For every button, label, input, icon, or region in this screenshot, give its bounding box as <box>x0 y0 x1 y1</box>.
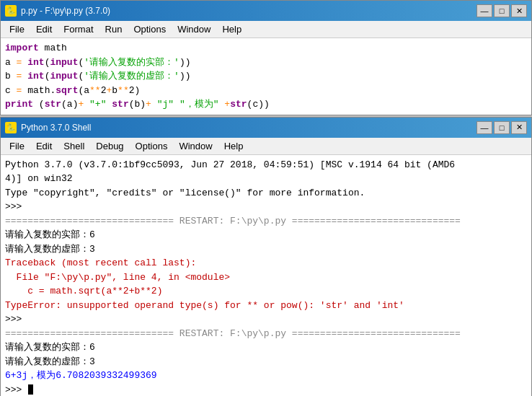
editor-title-text: p.py - F:\py\p.py (3.7.0) <box>21 6 110 16</box>
editor-menu-file[interactable]: File <box>4 22 30 36</box>
editor-title-left: 🐍 p.py - F:\py\p.py (3.7.0) <box>5 5 110 17</box>
shell-divider-2: ============================== RESTART: … <box>5 327 527 341</box>
shell-icon: 🐍 <box>5 122 17 133</box>
code-line-1: import math <box>5 41 527 56</box>
shell-traceback-header: Traceback (most recent call last): <box>5 256 527 270</box>
code-line-4: c = math.sqrt(a**2+b**2) <box>5 84 527 98</box>
editor-window: 🐍 p.py - F:\py\p.py (3.7.0) — □ ✕ File E… <box>0 0 532 115</box>
editor-icon: 🐍 <box>5 5 17 17</box>
editor-minimize-button[interactable]: — <box>476 4 492 17</box>
editor-maximize-button[interactable]: □ <box>494 4 510 17</box>
shell-menu-file[interactable]: File <box>4 139 30 153</box>
shell-typeerror-msg: TypeError: unsupported operand type(s) f… <box>5 299 527 313</box>
editor-window-controls: — □ ✕ <box>476 4 527 17</box>
editor-menu-options[interactable]: Options <box>128 22 172 36</box>
shell-line-2: 4)] on win32 <box>5 172 527 186</box>
shell-menu-help[interactable]: Help <box>218 139 249 153</box>
shell-maximize-button[interactable]: □ <box>494 121 510 134</box>
shell-menu-bar: File Edit Shell Debug Options Window Hel… <box>1 138 531 155</box>
shell-minimize-button[interactable]: — <box>476 121 492 134</box>
editor-menu-edit[interactable]: Edit <box>30 22 58 36</box>
code-line-5: print (str(a)+ "+" str(b)+ "j" "，模为" +st… <box>5 97 527 112</box>
shell-close-button[interactable]: ✕ <box>511 121 527 134</box>
shell-menu-debug[interactable]: Debug <box>90 139 129 153</box>
editor-menu-help[interactable]: Help <box>216 22 247 36</box>
cursor <box>28 384 33 395</box>
editor-title-bar: 🐍 p.py - F:\py\p.py (3.7.0) — □ ✕ <box>1 1 531 21</box>
shell-line-3: Type "copyright", "credits" or "license(… <box>5 186 527 201</box>
shell-traceback-file: File "F:\py\p.py", line 4, in <module> <box>5 270 527 285</box>
shell-input-real-1: 请输入复数的实部：6 <box>5 228 527 242</box>
editor-menu-window[interactable]: Window <box>172 22 216 36</box>
shell-title-bar: 🐍 Python 3.7.0 Shell — □ ✕ <box>1 118 531 138</box>
editor-code-area[interactable]: import math a = int(input('请输入复数的实部：')) … <box>1 38 531 115</box>
shell-output-area[interactable]: Python 3.7.0 (v3.7.0:1bf9cc5093, Jun 27 … <box>1 155 531 397</box>
shell-window-controls: — □ ✕ <box>476 121 527 134</box>
code-line-3: b = int(input('请输入复数的虚部：')) <box>5 69 527 84</box>
shell-prompt-1: >>> <box>5 200 527 214</box>
editor-menu-run[interactable]: Run <box>99 22 128 36</box>
shell-prompt-3: >>> <box>5 383 527 397</box>
shell-divider-1: ============================== RESTART: … <box>5 214 527 229</box>
shell-traceback-code: c = math.sqrt(a**2+b**2) <box>5 284 527 299</box>
editor-menu-bar: File Edit Format Run Options Window Help <box>1 21 531 38</box>
editor-close-button[interactable]: ✕ <box>511 4 527 17</box>
shell-title-left: 🐍 Python 3.7.0 Shell <box>5 122 91 133</box>
shell-result-line: 6+3j，模为6.7082039332499369 <box>5 369 527 383</box>
shell-input-imag-2: 请输入复数的虚部：3 <box>5 355 527 369</box>
shell-menu-shell[interactable]: Shell <box>58 139 90 153</box>
shell-prompt-2: >>> <box>5 312 527 327</box>
shell-title-text: Python 3.7.0 Shell <box>21 123 91 133</box>
code-line-2: a = int(input('请输入复数的实部：')) <box>5 56 527 70</box>
shell-menu-edit[interactable]: Edit <box>30 139 58 153</box>
editor-menu-format[interactable]: Format <box>58 22 99 36</box>
shell-menu-options[interactable]: Options <box>130 139 174 153</box>
shell-window: 🐍 Python 3.7.0 Shell — □ ✕ File Edit She… <box>0 117 532 397</box>
shell-input-real-2: 请输入复数的实部：6 <box>5 340 527 355</box>
shell-line-1: Python 3.7.0 (v3.7.0:1bf9cc5093, Jun 27 … <box>5 158 527 172</box>
shell-menu-window[interactable]: Window <box>173 139 218 153</box>
shell-input-imag-1: 请输入复数的虚部：3 <box>5 242 527 257</box>
